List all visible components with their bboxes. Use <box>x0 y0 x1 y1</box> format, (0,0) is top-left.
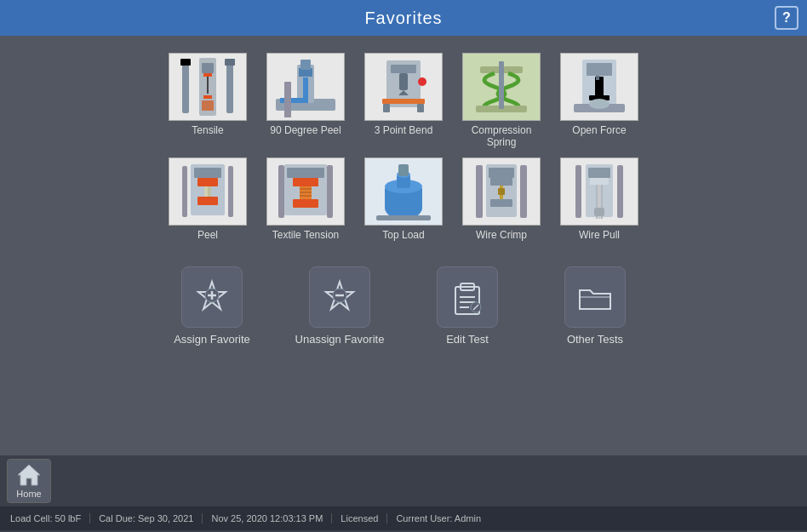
assign-favorite-icon <box>193 278 231 316</box>
svg-rect-4 <box>203 95 212 99</box>
svg-rect-44 <box>293 199 318 208</box>
test-item-wire-pull[interactable]: Wire Pull <box>557 157 642 241</box>
svg-rect-59 <box>489 168 514 178</box>
svg-rect-42 <box>287 168 324 178</box>
svg-rect-35 <box>197 178 218 186</box>
assign-favorite-label: Assign Favorite <box>174 333 250 346</box>
test-image-wirecrimp <box>462 157 541 226</box>
svg-rect-25 <box>499 61 504 109</box>
test-label-peel: Peel <box>197 229 218 241</box>
other-tests-icon-box <box>564 266 626 328</box>
test-label-compression-spring: Compression Spring <box>459 124 544 149</box>
status-load-cell: Load Cell: 50 lbF <box>10 513 90 523</box>
svg-rect-72 <box>594 208 604 216</box>
svg-rect-1 <box>202 63 214 73</box>
svg-rect-65 <box>520 165 527 218</box>
test-label-textile-tension: Textile Tension <box>272 229 340 241</box>
svg-rect-49 <box>278 165 284 218</box>
svg-rect-17 <box>399 73 408 90</box>
svg-rect-6 <box>226 60 233 113</box>
test-item-peel[interactable]: Peel <box>165 157 250 241</box>
test-item-compression-spring[interactable]: Compression Spring <box>459 53 544 149</box>
svg-rect-27 <box>587 63 612 76</box>
test-item-tensile[interactable]: Tensile <box>165 53 250 149</box>
svg-rect-39 <box>182 166 187 217</box>
test-item-90-degree-peel[interactable]: 90 Degree Peel <box>263 53 348 149</box>
other-tests-label: Other Tests <box>567 333 623 346</box>
svg-rect-40 <box>228 166 233 217</box>
unassign-favorite-button[interactable]: Unassign Favorite <box>293 266 386 346</box>
test-item-open-force[interactable]: Open Force <box>557 53 642 149</box>
svg-rect-2 <box>202 100 214 111</box>
svg-rect-21 <box>417 104 424 112</box>
main-content: Tensile 90 Degree Peel <box>0 36 807 455</box>
test-image-tensile <box>169 53 247 121</box>
unassign-favorite-label: Unassign Favorite <box>295 333 385 346</box>
edit-test-icon <box>449 278 486 316</box>
svg-rect-64 <box>476 165 483 218</box>
test-grid: Tensile 90 Degree Peel <box>165 53 642 241</box>
other-tests-button[interactable]: Other Tests <box>548 266 642 346</box>
svg-rect-19 <box>382 99 425 104</box>
home-icon <box>16 463 42 487</box>
status-bar: Load Cell: 50 lbF Cal Due: Sep 30, 2021 … <box>0 506 807 530</box>
svg-rect-7 <box>180 59 191 66</box>
home-area: Home <box>0 455 807 506</box>
svg-rect-34 <box>194 168 221 178</box>
svg-rect-38 <box>204 186 208 197</box>
test-item-textile-tension[interactable]: Textile Tension <box>263 157 348 241</box>
test-image-topload <box>364 157 443 226</box>
test-label-wire-pull: Wire Pull <box>579 229 620 241</box>
svg-rect-56 <box>398 164 409 176</box>
assign-favorite-button[interactable]: Assign Favorite <box>165 266 259 346</box>
test-item-wire-crimp[interactable]: Wire Crimp <box>459 157 544 241</box>
test-image-compression <box>462 53 541 121</box>
test-image-openforce <box>560 53 638 121</box>
svg-rect-8 <box>225 59 235 66</box>
edit-test-icon-box <box>437 266 498 328</box>
status-cal-due: Cal Due: Sep 30, 2021 <box>90 513 203 523</box>
test-label-tensile: Tensile <box>192 124 223 136</box>
edit-test-button[interactable]: Edit Test <box>421 266 514 346</box>
svg-rect-67 <box>588 168 610 178</box>
assign-favorite-icon-box <box>181 266 243 328</box>
test-label-3bend: 3 Point Bend <box>375 124 433 136</box>
test-label-90peel: 90 Degree Peel <box>270 124 341 136</box>
svg-rect-68 <box>590 178 609 185</box>
svg-rect-61 <box>490 199 512 207</box>
svg-rect-50 <box>327 165 333 218</box>
home-button-label: Home <box>16 489 41 499</box>
action-row: Assign Favorite Unassign Favorite <box>165 266 642 346</box>
svg-rect-16 <box>391 65 416 73</box>
svg-rect-73 <box>575 165 581 218</box>
svg-rect-57 <box>376 215 431 220</box>
svg-point-22 <box>418 77 426 86</box>
status-licensed: Licensed <box>332 513 387 523</box>
svg-rect-36 <box>197 197 218 205</box>
svg-rect-74 <box>617 165 623 218</box>
svg-rect-13 <box>300 60 311 70</box>
svg-rect-3 <box>203 73 212 77</box>
unassign-favorite-icon-box <box>309 266 370 328</box>
bottom-bar: Home Load Cell: 50 lbF Cal Due: Sep 30, … <box>0 455 807 532</box>
svg-rect-5 <box>182 60 189 113</box>
test-image-3bend <box>364 53 443 121</box>
test-item-3-point-bend[interactable]: 3 Point Bend <box>361 53 446 149</box>
test-row-1: Tensile 90 Degree Peel <box>165 53 642 149</box>
help-button[interactable]: ? <box>775 6 798 30</box>
svg-point-31 <box>589 99 610 109</box>
header: Favorites ? <box>0 0 807 36</box>
svg-rect-14 <box>284 82 291 117</box>
test-item-top-load[interactable]: Top Load <box>361 157 446 241</box>
home-button[interactable]: Home <box>7 459 51 503</box>
test-label-open-force: Open Force <box>572 124 626 136</box>
test-row-2: Peel <box>165 157 642 241</box>
page-title: Favorites <box>364 9 442 28</box>
test-image-peel <box>169 157 247 226</box>
svg-marker-90 <box>18 465 40 485</box>
svg-rect-60 <box>490 178 512 186</box>
test-label-top-load: Top Load <box>382 229 424 241</box>
status-datetime: Nov 25, 2020 12:03:13 PM <box>203 513 332 523</box>
test-label-wire-crimp: Wire Crimp <box>476 229 527 241</box>
test-image-textile <box>266 157 345 226</box>
